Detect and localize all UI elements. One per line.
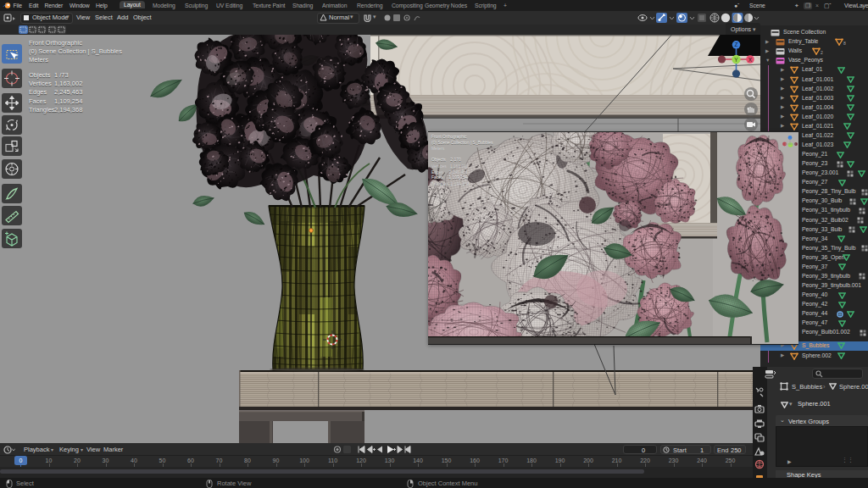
svg-text:Y: Y xyxy=(734,57,738,63)
svg-text:X: X xyxy=(748,57,753,63)
svg-text:Z: Z xyxy=(735,42,738,47)
